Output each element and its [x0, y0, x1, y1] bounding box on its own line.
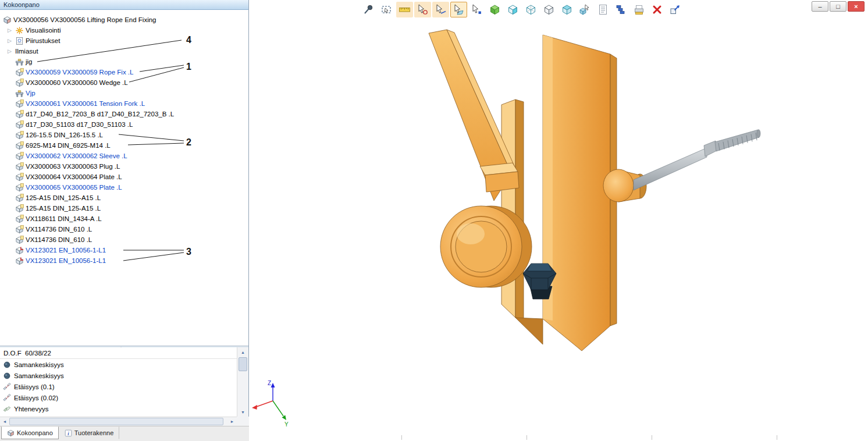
tree-item[interactable]: d17_D40_B12_7203_B d17_D40_B12_7203_B .L — [0, 109, 248, 119]
tree-item[interactable]: ▷ Piirustukset — [0, 35, 248, 46]
constraint-label: Etäisyys (0.02) — [14, 394, 58, 401]
toolbar-face-select-button[interactable] — [450, 2, 467, 17]
toolbar-fit-window-button[interactable] — [378, 2, 395, 17]
scroll-left-icon[interactable]: ◄ — [0, 417, 9, 426]
scroll-down-icon[interactable]: ▼ — [237, 407, 248, 417]
tree-item[interactable]: ▷ Visualisointi — [0, 25, 248, 35]
constraint-item[interactable]: Yhtenevyys — [0, 403, 237, 414]
3d-viewport[interactable]: Z Y — [250, 0, 868, 441]
tab-kokoonpano[interactable]: Kokoonpano — [1, 426, 59, 439]
part-icon — [15, 183, 24, 192]
maximize-button[interactable]: □ — [830, 1, 846, 12]
visualization-icon — [15, 26, 24, 35]
constraint-label: Samankeskisyys — [14, 361, 64, 368]
part-icon — [15, 173, 24, 182]
tree-item-label: VX114736 DIN_610 .L — [26, 226, 92, 233]
assembly-panel: Kokoonpano VX3000056 VX3000056 Lifting R… — [0, 0, 249, 441]
minimize-button[interactable]: – — [812, 1, 828, 12]
tree-item[interactable]: VX3000065 VX3000065 Plate .L — [0, 182, 248, 193]
scroll-up-icon[interactable]: ▲ — [237, 347, 248, 357]
toolbar-face-highlight-button[interactable] — [504, 2, 521, 17]
tree-item[interactable]: Vjp — [0, 88, 248, 98]
toolbar-list-button[interactable] — [595, 2, 611, 17]
tree-item[interactable]: d17_D30_51103 d17_D30_51103 .L — [0, 119, 248, 130]
tree-item-label: VX3000060 VX3000060 Wedge .L — [26, 79, 128, 86]
toolbar-hidden-line-box-button[interactable] — [540, 2, 557, 17]
tree-item[interactable]: ▷ Ilmiasut — [0, 46, 248, 56]
tree-item-label: VX3000061 VX3000061 Tension Fork .L — [26, 100, 145, 107]
tension-rod[interactable] — [603, 130, 760, 202]
tree-item-label: 6925-M14 DIN_6925-M14 .L — [26, 142, 111, 149]
status-bar — [250, 434, 868, 441]
tree-item[interactable]: VX3000062 VX3000062 Sleeve .L — [0, 151, 248, 161]
tree-item[interactable]: VX114736 DIN_610 .L — [0, 234, 248, 245]
status-divider — [527, 435, 527, 440]
expander-icon[interactable]: ▷ — [8, 35, 15, 46]
toolbar-point-select-button[interactable] — [468, 2, 485, 17]
vertical-scroll-thumb[interactable] — [239, 357, 247, 371]
tree-item[interactable]: VX3000060 VX3000060 Wedge .L — [0, 77, 248, 88]
tree-item[interactable]: 126-15.5 DIN_126-15.5 .L — [0, 130, 248, 140]
box-create-icon — [489, 3, 501, 16]
model-lifting-fixture[interactable]: Z Y — [250, 0, 868, 441]
tree-item[interactable]: jig — [0, 56, 248, 67]
toolbar-measure-button[interactable] — [396, 2, 413, 17]
tree-item[interactable]: 125-A15 DIN_125-A15 .L — [0, 193, 248, 203]
expander-icon[interactable]: ▷ — [8, 46, 15, 56]
constraint-item[interactable]: Etäisyys (0.1) — [0, 381, 237, 392]
fit-window-icon — [380, 3, 393, 16]
sleeve-cylinder[interactable] — [440, 206, 532, 287]
tree-item[interactable]: VX3000059 VX3000059 Rope Fix .L — [0, 67, 248, 77]
tab-label: Kokoonpano — [17, 429, 53, 436]
tree-root-item[interactable]: VX3000056 VX3000056 Lifting Rope End Fix… — [0, 15, 248, 25]
tree-item[interactable]: VX3000063 VX3000063 Plug .L — [0, 161, 248, 172]
constraint-label: Yhtenevyys — [14, 406, 48, 412]
constraint-item[interactable]: Samankeskisyys — [0, 359, 237, 370]
drawings-icon — [15, 37, 24, 45]
toolbar-export-button[interactable] — [667, 2, 684, 17]
toolbar-box-create-button[interactable] — [486, 2, 503, 17]
horizontal-scrollbar[interactable]: ◄ ► — [0, 417, 237, 426]
export-icon — [669, 3, 681, 16]
tab-tuoterakenne[interactable]: Tuoterakenne — [59, 426, 119, 439]
profile-part-icon — [15, 246, 24, 255]
close-button[interactable]: × — [848, 1, 865, 12]
toolbar-structure-button[interactable] — [613, 2, 629, 17]
info-icon — [65, 429, 72, 437]
toolbar-shaded-box-button[interactable] — [558, 2, 575, 17]
constraint-item[interactable]: Etäisyys (0.02) — [0, 392, 237, 403]
toolbar-snap-select-button[interactable] — [414, 2, 431, 17]
toolbar-output-tray-button[interactable] — [631, 2, 648, 17]
tree-item-label: 125-A15 DIN_125-A15 .L — [26, 194, 101, 201]
scroll-right-icon[interactable]: ► — [227, 417, 237, 426]
tree-item[interactable]: VX123021 EN_10056-1-L1 — [0, 255, 248, 266]
axis-label-y: Y — [284, 421, 289, 428]
hidden-line-box-icon — [543, 3, 555, 16]
toolbar-pin-button[interactable] — [360, 2, 377, 17]
toolbar-edge-select-button[interactable] — [432, 2, 449, 17]
tree-item[interactable]: VX123021 EN_10056-1-L1 — [0, 245, 248, 255]
vertical-scrollbar[interactable]: ▲ ▼ — [237, 347, 248, 417]
toolbar-delete-button[interactable] — [649, 2, 666, 17]
horizontal-scroll-thumb[interactable] — [9, 418, 223, 425]
part-icon — [15, 162, 24, 171]
concentricity-icon — [3, 372, 11, 380]
viewport-toolbar — [360, 2, 684, 17]
toolbar-part-select-button[interactable] — [577, 2, 593, 17]
part-icon — [15, 194, 24, 202]
toolbar-wireframe-box-button[interactable] — [522, 2, 539, 17]
panel-title[interactable]: Kokoonpano — [0, 0, 248, 10]
expander-icon[interactable]: ▷ — [8, 25, 15, 35]
constraint-item[interactable]: Samankeskisyys — [0, 370, 237, 381]
angle-bar[interactable] — [501, 35, 617, 351]
tree-item[interactable]: 6925-M14 DIN_6925-M14 .L — [0, 140, 248, 151]
tree-item[interactable]: VX3000061 VX3000061 Tension Fork .L — [0, 98, 248, 109]
tree-item[interactable]: VX3000064 VX3000064 Plate .L — [0, 172, 248, 182]
profile-part-icon — [15, 257, 24, 265]
tree-item[interactable]: 125-A15 DIN_125-A15 .L — [0, 203, 248, 214]
tree-item-label: VX114736 DIN_610 .L — [26, 236, 92, 243]
part-icon — [15, 204, 24, 213]
constraint-label: Etäisyys (0.1) — [14, 383, 55, 390]
tree-item[interactable]: VX118611 DIN_1434-A .L — [0, 214, 248, 224]
tree-item[interactable]: VX114736 DIN_610 .L — [0, 224, 248, 234]
